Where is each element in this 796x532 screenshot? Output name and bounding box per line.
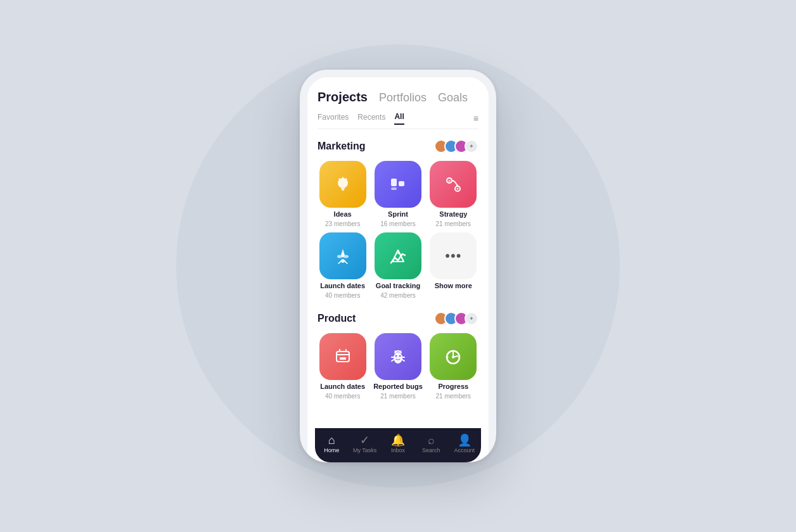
launch-dates-marketing-name: Launch dates xyxy=(320,282,365,289)
project-show-more[interactable]: ••• Show more xyxy=(428,232,478,299)
launch-dates-product-icon xyxy=(319,333,366,380)
sprint-name: Sprint xyxy=(388,210,408,218)
product-section-header: Product + xyxy=(318,312,478,326)
bottom-navigation: ⌂ Home ✓ My Tasks 🔔 Inbox ⌕ Search 👤 Acc… xyxy=(315,428,481,462)
progress-name: Progress xyxy=(438,383,468,390)
product-avatars: + xyxy=(434,312,478,326)
strategy-members: 21 members xyxy=(436,220,472,227)
nav-my-tasks[interactable]: ✓ My Tasks xyxy=(349,434,381,453)
launch-dates-marketing-members: 40 members xyxy=(325,292,361,299)
dots-icon: ••• xyxy=(445,248,461,264)
check-circle-icon: ✓ xyxy=(360,434,369,446)
strategy-icon: × xyxy=(430,161,477,208)
product-title: Product xyxy=(318,313,429,324)
svg-point-17 xyxy=(341,259,345,263)
sub-tabs: Favorites Recents All ≡ xyxy=(318,112,478,129)
marketing-title: Marketing xyxy=(318,141,429,152)
project-progress[interactable]: Progress 21 members xyxy=(428,333,478,400)
tab-projects[interactable]: Projects xyxy=(318,90,368,104)
nav-home-label: Home xyxy=(324,447,339,453)
strategy-name: Strategy xyxy=(439,210,467,218)
main-tabs: Projects Portfolios Goals xyxy=(318,90,478,104)
phone-screen: Projects Portfolios Goals Favorites Rece… xyxy=(307,77,489,462)
svg-point-37 xyxy=(452,356,454,358)
sprint-members: 16 members xyxy=(380,220,416,227)
nav-inbox-label: Inbox xyxy=(391,447,405,453)
svg-rect-7 xyxy=(399,181,404,186)
user-icon: 👤 xyxy=(458,434,472,446)
tab-portfolios[interactable]: Portfolios xyxy=(379,91,427,104)
subtab-recents[interactable]: Recents xyxy=(357,113,385,124)
phone-device: Projects Portfolios Goals Favorites Rece… xyxy=(300,70,496,462)
ideas-name: Ideas xyxy=(334,210,352,218)
goal-tracking-name: Goal tracking xyxy=(376,282,420,289)
subtab-favorites[interactable]: Favorites xyxy=(318,113,349,124)
project-launch-dates-product[interactable]: Launch dates 40 members xyxy=(318,333,368,400)
nav-account-label: Account xyxy=(454,447,475,453)
svg-rect-20 xyxy=(337,352,349,362)
product-project-grid: Launch dates 40 members xyxy=(318,333,478,400)
launch-dates-marketing-icon xyxy=(319,232,366,279)
project-sprint[interactable]: Sprint 16 members xyxy=(373,161,423,227)
nav-my-tasks-label: My Tasks xyxy=(353,447,376,453)
nav-account[interactable]: 👤 Account xyxy=(449,434,480,453)
tab-goals[interactable]: Goals xyxy=(438,91,468,104)
ideas-icon xyxy=(319,161,366,208)
project-launch-dates-marketing[interactable]: Launch dates 40 members xyxy=(318,232,368,299)
marketing-section-header: Marketing + xyxy=(318,139,478,153)
nav-inbox[interactable]: 🔔 Inbox xyxy=(382,434,414,453)
svg-rect-19 xyxy=(397,253,399,254)
svg-point-26 xyxy=(395,355,397,357)
svg-point-15 xyxy=(337,255,342,258)
home-icon: ⌂ xyxy=(328,434,335,446)
launch-dates-product-name: Launch dates xyxy=(320,383,365,390)
marketing-avatars: + xyxy=(434,139,478,153)
svg-text:×: × xyxy=(448,179,451,183)
project-ideas[interactable]: Ideas 23 members xyxy=(318,161,368,227)
nav-search[interactable]: ⌕ Search xyxy=(415,434,447,453)
goal-tracking-icon xyxy=(375,232,421,279)
project-reported-bugs[interactable]: Reported bugs 21 members xyxy=(373,333,423,400)
svg-point-27 xyxy=(399,355,401,357)
content-area: Projects Portfolios Goals Favorites Rece… xyxy=(307,77,489,428)
ideas-members: 23 members xyxy=(325,220,361,227)
progress-icon xyxy=(430,333,477,380)
svg-rect-22 xyxy=(340,357,346,360)
project-strategy[interactable]: × Strategy 21 members xyxy=(428,161,478,227)
svg-line-4 xyxy=(345,179,347,180)
list-view-icon[interactable]: ≡ xyxy=(473,113,478,124)
project-goal-tracking[interactable]: Goal tracking 42 members xyxy=(373,232,423,299)
svg-point-13 xyxy=(457,188,459,190)
launch-dates-product-members: 40 members xyxy=(325,393,361,400)
reported-bugs-members: 21 members xyxy=(380,393,416,400)
svg-rect-2 xyxy=(342,189,344,191)
goal-tracking-members: 42 members xyxy=(380,292,416,299)
svg-line-5 xyxy=(339,179,340,180)
svg-rect-8 xyxy=(391,187,397,190)
reported-bugs-name: Reported bugs xyxy=(373,383,423,390)
sprint-icon xyxy=(375,161,421,208)
avatar-plus[interactable]: + xyxy=(465,139,478,153)
marketing-project-grid: Ideas 23 members Sprint 16 members xyxy=(318,161,478,299)
avatar-plus[interactable]: + xyxy=(465,312,478,326)
progress-members: 21 members xyxy=(436,393,472,400)
search-icon: ⌕ xyxy=(428,434,435,446)
show-more-icon: ••• xyxy=(430,232,477,279)
svg-line-33 xyxy=(402,360,404,361)
nav-search-label: Search xyxy=(422,447,440,453)
subtab-all[interactable]: All xyxy=(394,112,404,125)
svg-point-25 xyxy=(394,352,402,364)
bell-icon: 🔔 xyxy=(391,434,405,446)
svg-point-16 xyxy=(343,255,349,258)
svg-line-32 xyxy=(392,360,394,361)
show-more-name: Show more xyxy=(435,282,472,289)
svg-rect-1 xyxy=(341,188,345,189)
nav-home[interactable]: ⌂ Home xyxy=(316,434,347,453)
svg-rect-6 xyxy=(391,179,397,186)
reported-bugs-icon xyxy=(375,333,421,380)
